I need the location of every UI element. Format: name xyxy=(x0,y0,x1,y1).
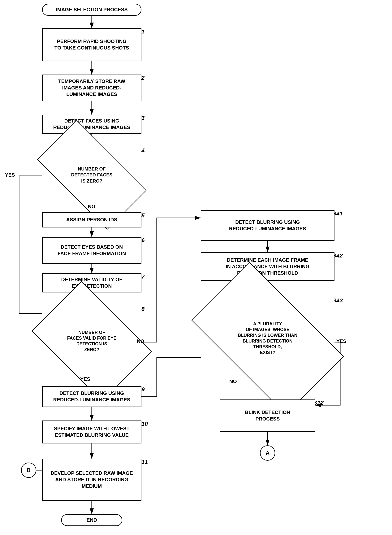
s42-box: DETERMINE EACH IMAGE FRAME IN ACCORDANCE… xyxy=(201,252,335,281)
s9-box: DETECT BLURRING USING REDUCED-LUMINANCE … xyxy=(42,386,141,407)
s8-no-label: NO xyxy=(137,338,144,344)
s43-diamond: A PLURALITY OF IMAGES, WHOSE BLURRING IS… xyxy=(201,297,335,379)
image-selection-box: IMAGE SELECTION PROCESS xyxy=(42,4,141,16)
s12-box: BLINK DETECTION PROCESS xyxy=(220,400,315,432)
s6-box: DETECT EYES BASED ON FACE FRAME INFORMAT… xyxy=(42,237,141,264)
s8-yes-label: YES xyxy=(80,376,90,382)
s3-box: DETECT FACES USING REDUCED-LUMINANCE IMA… xyxy=(42,115,141,134)
s4-no-label: NO xyxy=(88,204,95,209)
s11-box: DEVELOP SELECTED RAW IMAGE AND STORE IT … xyxy=(42,459,141,501)
s10-box: SPECIFY IMAGE WITH LOWEST ESTIMATED BLUR… xyxy=(42,420,141,443)
s2-box: TEMPORARILY STORE RAW IMAGES AND REDUCED… xyxy=(42,74,141,101)
s41-box: DETECT BLURRING USING REDUCED-LUMINANCE … xyxy=(201,210,335,241)
s5-box: ASSIGN PERSON IDS xyxy=(42,212,141,228)
circle-a: A xyxy=(260,445,275,461)
s43-yes-label: YES xyxy=(336,338,346,344)
s43-no-label: NO xyxy=(229,378,237,384)
s7-box: DETERMINE VALIDITY OF EYE DETECTION xyxy=(42,273,141,293)
s1-box: PERFORM RAPID SHOOTING TO TAKE CONTINUOU… xyxy=(42,28,141,61)
end-box: END xyxy=(61,514,122,526)
flowchart: IMAGE SELECTION PROCESS S1 PERFORM RAPID… xyxy=(0,0,392,535)
s4-yes-label: YES xyxy=(5,172,15,178)
s4-diamond: NUMBER OF DETECTED FACES IS ZERO? xyxy=(42,147,141,203)
circle-b: B xyxy=(21,463,36,478)
s8-diamond: NUMBER OF FACES VALID FOR EYE DETECTION … xyxy=(42,306,141,377)
